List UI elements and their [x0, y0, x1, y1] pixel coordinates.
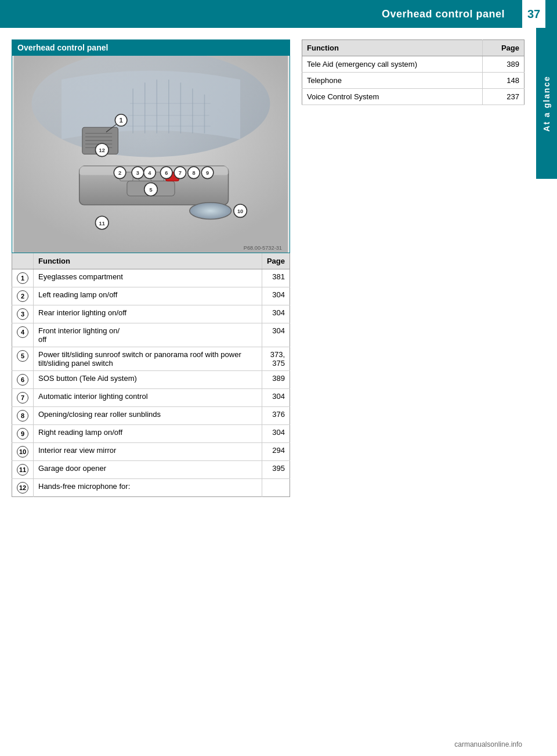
svg-text:9: 9 — [206, 170, 209, 176]
svg-text:7: 7 — [179, 170, 182, 176]
svg-text:2: 2 — [118, 170, 121, 176]
table-row: 10Interior rear view mirror294 — [12, 443, 290, 461]
svg-text:6: 6 — [165, 170, 168, 176]
svg-text:3: 3 — [136, 170, 139, 176]
row-function: Opening/closing rear roller sunblinds — [34, 407, 262, 425]
page-number: 37 — [522, 0, 545, 28]
right-row-page: 237 — [482, 89, 524, 105]
col-num-header — [12, 253, 34, 269]
table-row: 5Power tilt/sliding sunroof switch or pa… — [12, 347, 290, 371]
row-number: 3 — [12, 305, 34, 323]
right-table-row: Telephone148 — [302, 73, 525, 89]
svg-text:8: 8 — [192, 170, 195, 176]
row-function: Rear interior lighting on/off — [34, 305, 262, 323]
right-col-function-header: Function — [302, 40, 483, 56]
row-number: 12 — [12, 479, 34, 497]
row-page: 294 — [262, 443, 290, 461]
row-page: 304 — [262, 425, 290, 443]
footer-logo: carmanualsonline.info — [454, 740, 522, 748]
row-number: 1 — [12, 269, 34, 287]
svg-text:12: 12 — [99, 147, 105, 153]
row-page: 381 — [262, 269, 290, 287]
right-function-table: Function Page Tele Aid (emergency call s… — [302, 39, 525, 105]
row-page — [262, 479, 290, 497]
row-number: 10 — [12, 443, 34, 461]
right-row-function: Tele Aid (emergency call system) — [302, 56, 483, 73]
svg-text:10: 10 — [237, 208, 243, 214]
row-page: 373, 375 — [262, 347, 290, 371]
right-row-page: 389 — [482, 56, 524, 73]
row-page: 376 — [262, 407, 290, 425]
svg-text:1: 1 — [119, 117, 122, 124]
row-number: 4 — [12, 323, 34, 347]
row-number: 6 — [12, 371, 34, 389]
svg-point-36 — [190, 203, 232, 219]
row-function: Automatic interior lighting control — [34, 389, 262, 407]
row-function: Garage door opener — [34, 461, 262, 479]
main-content: Overhead control panel — [0, 28, 536, 733]
diagram-svg: 1 12 2 3 4 — [12, 56, 290, 253]
table-row: 3Rear interior lighting on/off304 — [12, 305, 290, 323]
row-number: 11 — [12, 461, 34, 479]
right-panel: Function Page Tele Aid (emergency call s… — [302, 39, 525, 721]
row-function: Interior rear view mirror — [34, 443, 262, 461]
right-row-function: Telephone — [302, 73, 483, 89]
svg-text:P68.00-5732-31: P68.00-5732-31 — [244, 245, 282, 251]
row-page: 395 — [262, 461, 290, 479]
row-function: Front interior lighting on/ off — [34, 323, 262, 347]
footer: carmanualsonline.info — [0, 733, 557, 756]
row-number: 7 — [12, 389, 34, 407]
row-function: SOS button (Tele Aid system) — [34, 371, 262, 389]
right-col-page-header: Page — [482, 40, 524, 56]
main-function-table: Function Page 1Eyeglasses compartment381… — [12, 253, 290, 497]
right-table-row: Tele Aid (emergency call system)389 — [302, 56, 525, 73]
svg-text:4: 4 — [148, 170, 151, 176]
right-row-page: 148 — [482, 73, 524, 89]
sidebar-tab: At a glance — [536, 28, 557, 179]
left-panel: Overhead control panel — [12, 39, 290, 721]
row-function: Left reading lamp on/off — [34, 287, 262, 305]
sidebar-label: At a glance — [542, 75, 551, 132]
right-row-function: Voice Control System — [302, 89, 483, 105]
col-function-header: Function — [34, 253, 262, 269]
row-number: 9 — [12, 425, 34, 443]
table-row: 1Eyeglasses compartment381 — [12, 269, 290, 287]
diagram-title: Overhead control panel — [12, 39, 290, 56]
table-row: 12Hands-free microphone for: — [12, 479, 290, 497]
table-row: 4Front interior lighting on/ off304 — [12, 323, 290, 347]
row-page: 304 — [262, 287, 290, 305]
table-row: 6SOS button (Tele Aid system)389 — [12, 371, 290, 389]
table-row: 11Garage door opener395 — [12, 461, 290, 479]
row-page: 304 — [262, 389, 290, 407]
col-page-header: Page — [262, 253, 290, 269]
row-number: 5 — [12, 347, 34, 371]
table-row: 9Right reading lamp on/off304 — [12, 425, 290, 443]
row-page: 389 — [262, 371, 290, 389]
row-number: 8 — [12, 407, 34, 425]
row-function: Eyeglasses compartment — [34, 269, 262, 287]
svg-text:5: 5 — [149, 187, 152, 193]
row-page: 304 — [262, 305, 290, 323]
right-table-row: Voice Control System237 — [302, 89, 525, 105]
row-function: Power tilt/sliding sunroof switch or pan… — [34, 347, 262, 371]
row-function: Hands-free microphone for: — [34, 479, 262, 497]
table-row: 2Left reading lamp on/off304 — [12, 287, 290, 305]
svg-text:11: 11 — [99, 221, 105, 226]
row-number: 2 — [12, 287, 34, 305]
row-function: Right reading lamp on/off — [34, 425, 262, 443]
row-page: 304 — [262, 323, 290, 347]
header-title: Overhead control panel — [382, 8, 505, 20]
header-bar: Overhead control panel 37 — [0, 0, 557, 28]
table-row: 8Opening/closing rear roller sunblinds37… — [12, 407, 290, 425]
table-row: 7Automatic interior lighting control304 — [12, 389, 290, 407]
diagram-area: 1 12 2 3 4 — [12, 56, 290, 253]
